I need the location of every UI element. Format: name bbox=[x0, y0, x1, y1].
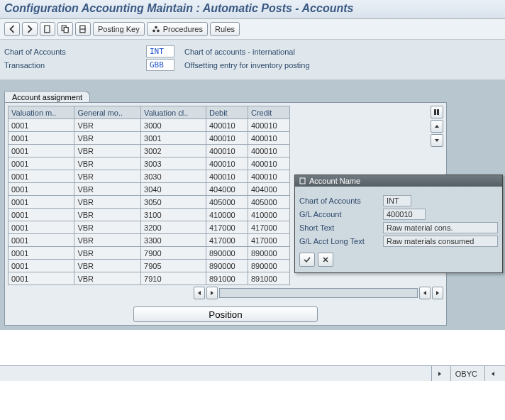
h-scrollbar[interactable] bbox=[219, 288, 418, 298]
table-row[interactable]: 0001VBR3300417000417000 bbox=[9, 234, 290, 247]
scroll-right2-button[interactable] bbox=[432, 287, 443, 299]
cell-c5[interactable]: 891000 bbox=[248, 272, 289, 285]
txn-value[interactable]: GBB bbox=[146, 59, 174, 71]
cell-c4[interactable]: 400010 bbox=[206, 145, 248, 158]
table-row[interactable]: 0001VBR3030400010400010 bbox=[9, 170, 290, 183]
table-row[interactable]: 0001VBR3100410000410000 bbox=[9, 209, 290, 221]
cell-c2[interactable]: VBR bbox=[74, 170, 141, 183]
scroll-left2-button[interactable] bbox=[419, 287, 431, 299]
cell-c4[interactable]: 890000 bbox=[206, 247, 248, 260]
cell-c4[interactable]: 410000 bbox=[206, 209, 248, 221]
status-nav2[interactable] bbox=[484, 366, 501, 381]
cell-c2[interactable]: VBR bbox=[74, 247, 141, 260]
cell-c1[interactable]: 0001 bbox=[9, 260, 74, 272]
cell-c1[interactable]: 0001 bbox=[9, 170, 74, 183]
cell-c5[interactable]: 410000 bbox=[248, 209, 289, 221]
cell-c4[interactable]: 400010 bbox=[206, 170, 248, 183]
table-row[interactable]: 0001VBR3040404000404000 bbox=[9, 183, 290, 196]
popup-long-value[interactable]: Raw materials consumed bbox=[383, 236, 498, 247]
cell-c3[interactable]: 7905 bbox=[141, 260, 206, 272]
status-nav[interactable] bbox=[431, 366, 448, 381]
cell-c5[interactable]: 400010 bbox=[248, 170, 289, 183]
cell-c3[interactable]: 3200 bbox=[141, 221, 206, 234]
scroll-left-button[interactable] bbox=[194, 287, 205, 299]
cell-c2[interactable]: VBR bbox=[74, 132, 141, 145]
cell-c1[interactable]: 0001 bbox=[9, 272, 74, 285]
cell-c5[interactable]: 400010 bbox=[248, 132, 289, 145]
popup-cancel-button[interactable] bbox=[318, 253, 333, 267]
cell-c2[interactable]: VBR bbox=[74, 209, 141, 221]
assignment-table[interactable]: Valuation m.. General mo.. Valuation cl.… bbox=[8, 106, 290, 285]
cell-c5[interactable]: 400010 bbox=[248, 119, 289, 132]
table-row[interactable]: 0001VBR3200417000417000 bbox=[9, 221, 290, 234]
cell-c1[interactable]: 0001 bbox=[9, 119, 74, 132]
table-row[interactable]: 0001VBR3050405000405000 bbox=[9, 196, 290, 209]
cell-c3[interactable]: 7900 bbox=[141, 247, 206, 260]
col-credit[interactable]: Credit bbox=[248, 106, 289, 119]
cell-c1[interactable]: 0001 bbox=[9, 145, 74, 158]
cell-c2[interactable]: VBR bbox=[74, 183, 141, 196]
cell-c3[interactable]: 3030 bbox=[141, 170, 206, 183]
popup-titlebar[interactable]: Account Name bbox=[295, 175, 502, 187]
col-valuation-class[interactable]: Valuation cl.. bbox=[141, 106, 206, 119]
cell-c2[interactable]: VBR bbox=[74, 158, 141, 170]
select-columns-button[interactable] bbox=[431, 106, 443, 118]
table-row[interactable]: 0001VBR3002400010400010 bbox=[9, 145, 290, 158]
cell-c3[interactable]: 7910 bbox=[141, 272, 206, 285]
create-button[interactable] bbox=[40, 22, 55, 36]
popup-gl-value[interactable]: 400010 bbox=[383, 209, 426, 220]
tab-account-assignment[interactable]: Account assignment bbox=[4, 91, 90, 103]
forward-button[interactable] bbox=[22, 22, 38, 36]
table-row[interactable]: 0001VBR3000400010400010 bbox=[9, 119, 290, 132]
table-row[interactable]: 0001VBR7910891000891000 bbox=[9, 272, 290, 285]
cell-c3[interactable]: 3001 bbox=[141, 132, 206, 145]
cell-c5[interactable]: 417000 bbox=[248, 234, 289, 247]
cell-c5[interactable]: 890000 bbox=[248, 260, 289, 272]
scroll-right-button[interactable] bbox=[206, 287, 218, 299]
posting-key-button[interactable]: Posting Key bbox=[93, 22, 145, 36]
table-row[interactable]: 0001VBR3003400010400010 bbox=[9, 158, 290, 170]
cell-c2[interactable]: VBR bbox=[74, 260, 141, 272]
cell-c3[interactable]: 3002 bbox=[141, 145, 206, 158]
cell-c3[interactable]: 3003 bbox=[141, 158, 206, 170]
table-row[interactable]: 0001VBR7900890000890000 bbox=[9, 247, 290, 260]
col-valuation-mod[interactable]: Valuation m.. bbox=[9, 106, 74, 119]
cell-c5[interactable]: 890000 bbox=[248, 247, 289, 260]
cell-c2[interactable]: VBR bbox=[74, 119, 141, 132]
popup-short-value[interactable]: Raw material cons. bbox=[383, 222, 498, 233]
col-general-mod[interactable]: General mo.. bbox=[74, 106, 141, 119]
copy-button[interactable] bbox=[57, 22, 73, 36]
cell-c4[interactable]: 400010 bbox=[206, 132, 248, 145]
cell-c4[interactable]: 405000 bbox=[206, 196, 248, 209]
cell-c4[interactable]: 400010 bbox=[206, 119, 248, 132]
col-debit[interactable]: Debit bbox=[206, 106, 248, 119]
cell-c1[interactable]: 0001 bbox=[9, 196, 74, 209]
table-row[interactable]: 0001VBR3001400010400010 bbox=[9, 132, 290, 145]
cell-c1[interactable]: 0001 bbox=[9, 132, 74, 145]
cell-c2[interactable]: VBR bbox=[74, 234, 141, 247]
table-row[interactable]: 0001VBR7905890000890000 bbox=[9, 260, 290, 272]
popup-coa-value[interactable]: INT bbox=[383, 195, 411, 206]
cell-c2[interactable]: VBR bbox=[74, 272, 141, 285]
procedures-button[interactable]: Procedures bbox=[147, 22, 208, 36]
cell-c4[interactable]: 417000 bbox=[206, 221, 248, 234]
cell-c1[interactable]: 0001 bbox=[9, 234, 74, 247]
cell-c1[interactable]: 0001 bbox=[9, 209, 74, 221]
cell-c1[interactable]: 0001 bbox=[9, 247, 74, 260]
cell-c5[interactable]: 400010 bbox=[248, 158, 289, 170]
cell-c3[interactable]: 3300 bbox=[141, 234, 206, 247]
other-button[interactable] bbox=[75, 22, 91, 36]
cell-c3[interactable]: 3050 bbox=[141, 196, 206, 209]
cell-c3[interactable]: 3040 bbox=[141, 183, 206, 196]
cell-c5[interactable]: 400010 bbox=[248, 145, 289, 158]
back-button[interactable] bbox=[4, 22, 20, 36]
cell-c2[interactable]: VBR bbox=[74, 196, 141, 209]
cell-c3[interactable]: 3000 bbox=[141, 119, 206, 132]
cell-c5[interactable]: 405000 bbox=[248, 196, 289, 209]
position-button[interactable]: Position bbox=[133, 306, 318, 322]
cell-c4[interactable]: 890000 bbox=[206, 260, 248, 272]
rules-button[interactable]: Rules bbox=[210, 22, 240, 36]
cell-c4[interactable]: 400010 bbox=[206, 158, 248, 170]
scroll-down-button[interactable] bbox=[431, 134, 443, 147]
cell-c5[interactable]: 404000 bbox=[248, 183, 289, 196]
